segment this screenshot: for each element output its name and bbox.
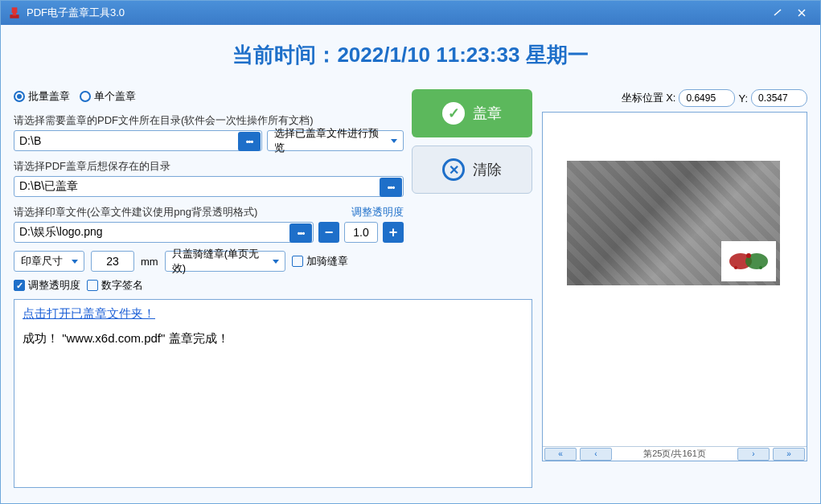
preview-dropdown[interactable]: 选择已盖章文件进行预览 — [267, 130, 404, 151]
adjust-opacity-link[interactable]: 调整透明度 — [351, 205, 404, 219]
coord-x-label: 坐标位置 X: — [622, 91, 676, 105]
checkbox-icon — [292, 256, 303, 267]
coord-x-input[interactable] — [679, 89, 735, 107]
save-dir-input[interactable]: ••• — [14, 176, 404, 197]
svg-point-6 — [759, 266, 762, 269]
save-dir-label: 请选择PDF盖章后想保存在的目录 — [14, 159, 404, 174]
stamp-file-label: 请选择印章文件(公章文件建议使用png背景透明格式) — [14, 206, 257, 218]
size-input[interactable] — [91, 251, 134, 272]
src-dir-input[interactable]: ••• — [14, 130, 262, 151]
preview-pane[interactable]: « ‹ 第25页/共161页 › » — [542, 112, 807, 461]
titlebar: PDF电子盖章工具3.0 — [1, 1, 820, 25]
radio-single[interactable]: 单个盖章 — [80, 89, 136, 104]
radio-icon — [80, 91, 91, 102]
nav-first-button[interactable]: « — [544, 448, 577, 461]
app-title: PDF电子盖章工具3.0 — [27, 6, 125, 20]
time-header: 当前时间：2022/1/10 11:23:33 星期一 — [14, 41, 807, 69]
log-message: 成功！ "www.x6d.com.pdf" 盖章完成！ — [23, 331, 229, 345]
check-icon: ✓ — [442, 102, 465, 125]
x-circle-icon: ✕ — [442, 158, 465, 181]
clear-button[interactable]: ✕ 清除 — [412, 145, 532, 194]
checkbox-digital-sign[interactable]: 数字签名 — [87, 278, 143, 293]
page-navigation: « ‹ 第25页/共161页 › » — [543, 446, 807, 461]
log-box: 点击打开已盖章文件夹！ 成功！ "www.x6d.com.pdf" 盖章完成！ — [14, 299, 532, 488]
stamp-overlay-icon — [721, 241, 776, 281]
checkbox-riding[interactable]: 加骑缝章 — [292, 254, 348, 268]
page-info: 第25页/共161页 — [614, 448, 736, 460]
checkbox-icon — [87, 280, 98, 291]
nav-last-button[interactable]: » — [773, 448, 805, 461]
opacity-minus-button[interactable]: − — [318, 222, 339, 243]
size-unit: mm — [141, 256, 158, 268]
browse-src-button[interactable]: ••• — [238, 132, 261, 151]
close-button[interactable] — [790, 5, 814, 21]
coord-y-label: Y: — [738, 92, 748, 104]
nav-next-button[interactable]: › — [737, 448, 770, 461]
open-folder-link[interactable]: 点击打开已盖章文件夹！ — [23, 306, 155, 322]
stamp-file-input[interactable]: ••• — [14, 222, 314, 243]
coord-y-input[interactable] — [751, 89, 807, 107]
checkbox-opacity[interactable]: 调整透明度 — [14, 278, 80, 293]
stamp-button[interactable]: ✓ 盖章 — [412, 89, 532, 137]
size-dropdown[interactable]: 印章尺寸 — [14, 251, 84, 272]
nav-prev-button[interactable]: ‹ — [580, 448, 612, 461]
browse-save-button[interactable]: ••• — [380, 178, 402, 197]
browse-stamp-button[interactable]: ••• — [289, 223, 312, 243]
radio-batch[interactable]: 批量盖章 — [14, 89, 70, 104]
svg-rect-2 — [13, 13, 17, 15]
minimize-button[interactable] — [766, 5, 790, 21]
opacity-value: 1.0 — [344, 222, 378, 243]
svg-rect-0 — [12, 7, 18, 13]
riding-dropdown[interactable]: 只盖骑缝章(单页无效) — [165, 251, 285, 272]
radio-icon — [14, 91, 25, 102]
svg-point-5 — [746, 253, 751, 258]
svg-point-7 — [734, 266, 737, 269]
preview-page-image — [567, 161, 780, 285]
opacity-plus-button[interactable]: + — [383, 222, 404, 243]
checkbox-icon — [14, 280, 25, 291]
app-stamp-icon — [7, 6, 22, 20]
